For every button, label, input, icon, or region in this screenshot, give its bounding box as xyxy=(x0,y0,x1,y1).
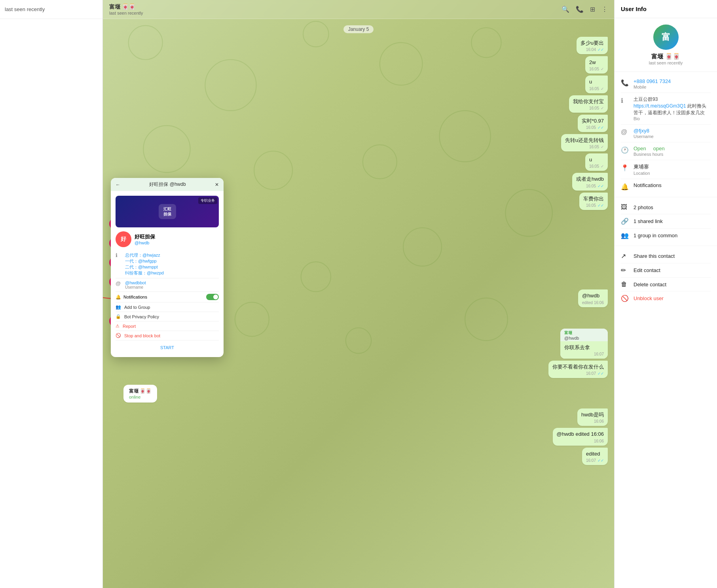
message-row: 先转u还是先转钱 16:05 ✓ xyxy=(109,134,608,151)
bot-info-item: ℹ 总代理：@hwjazz 一代：@hwfgpp 二代：@hwmppt 纠纷客服… xyxy=(116,250,219,278)
message-bubble: 或者走hwdb 16:05 ✓✓ xyxy=(572,173,608,190)
chat-title: 富堰 🀄🀄 xyxy=(109,4,143,11)
notifications-icon: 🔔 xyxy=(621,183,629,191)
chat-subtitle: last seen recently xyxy=(109,11,143,15)
message-row: 多少u要出 16:04 ✓✓ xyxy=(109,37,608,54)
message-bubble: @hwdb edited 16:06 xyxy=(578,289,608,307)
username-row: @ @fjxy8 Username xyxy=(621,125,711,142)
user-name: 富堰 🀄🀄 xyxy=(651,53,680,61)
message-bubble: @hwdb edited 16:06 16:06 xyxy=(553,428,608,445)
location-label: Location xyxy=(634,171,711,176)
bio-icon: ℹ xyxy=(621,97,629,104)
phone-row: 📞 +888 0961 7324 Mobile xyxy=(621,75,711,93)
call-icon[interactable]: 📞 xyxy=(576,6,584,13)
message-row: edited 16:07 ✓✓ xyxy=(109,448,608,465)
message-bubble: 富堰 @hwdb 你联系去拿 16:07 xyxy=(560,329,608,359)
photos-row[interactable]: 🖼 2 photos xyxy=(621,200,711,214)
report-button[interactable]: ⚠ Report xyxy=(116,321,219,331)
message-bubble: edited 16:07 ✓✓ xyxy=(582,448,608,465)
message-bubble: hwdb是吗 16:06 xyxy=(577,408,608,426)
layout-icon[interactable]: ⊞ xyxy=(590,6,595,13)
username-label: Username xyxy=(634,134,711,139)
message-text: 多少u要出 xyxy=(580,40,604,46)
phone-value: +888 0961 7324 xyxy=(634,78,711,84)
share-contact-row[interactable]: ↗ Share this contact xyxy=(621,249,711,263)
photos-icon: 🖼 xyxy=(621,204,629,211)
bot-banner: 汇旺担保 专职业务 xyxy=(116,196,219,227)
unblock-label: Unblock user xyxy=(634,295,664,301)
edit-contact-row[interactable]: ✏ Edit contact xyxy=(621,263,711,278)
edit-contact-label: Edit contact xyxy=(634,267,660,273)
message-bubble: 多少u要出 16:04 ✓✓ xyxy=(577,37,608,54)
group-common-label: 1 group in common xyxy=(634,233,677,238)
delete-contact-row[interactable]: 🗑 Delete contact xyxy=(621,278,711,291)
delete-contact-label: Delete contact xyxy=(634,282,666,287)
message-row: 2w 16:05 ✓ xyxy=(109,56,608,74)
stop-block-bot-button[interactable]: 🚫 Stop and block bot xyxy=(116,331,219,340)
sidebar-header: last seen recently xyxy=(0,0,102,19)
shared-link-row[interactable]: 🔗 1 shared link xyxy=(621,214,711,229)
add-group-icon: 👥 xyxy=(116,304,121,310)
bot-avatar: 好 xyxy=(116,231,131,247)
location-row: 📍 柬埔寨 Location xyxy=(621,160,711,179)
right-panel: User Info 富 富堰 🀄🀄 last seen recently 📞 +… xyxy=(614,0,717,588)
group-icon: 👥 xyxy=(621,232,629,239)
unblock-icon: 🚫 xyxy=(621,295,629,302)
start-section: START xyxy=(116,340,219,352)
bot-handle: @hwdb xyxy=(135,240,155,245)
location-value: 柬埔寨 xyxy=(634,163,711,170)
username-value: @fjxy8 xyxy=(634,128,711,134)
bot-popup: ← 好旺担保 @hwdb ✕ 汇旺担保 专职业务 好 好旺担保 @hwdb xyxy=(111,178,224,357)
message-row: hwdb是吗 16:06 xyxy=(109,408,608,426)
business-hours-row: 🕐 Open open Business hours xyxy=(621,142,711,160)
more-icon[interactable]: ⋮ xyxy=(601,6,608,13)
message-row: u 16:05 ✓ xyxy=(109,153,608,171)
user-avatar-large: 富 xyxy=(653,25,679,50)
chat-header-icons: 🔍 📞 ⊞ ⋮ xyxy=(561,6,608,13)
chat-area: 富堰 🀄🀄 last seen recently 🔍 📞 ⊞ ⋮ January… xyxy=(103,0,614,588)
business-value: Open open xyxy=(634,146,711,151)
business-label: Business hours xyxy=(634,152,711,157)
bot-popup-header: ← 好旺担保 @hwdb ✕ xyxy=(111,178,224,191)
chat-header: 富堰 🀄🀄 last seen recently 🔍 📞 ⊞ ⋮ xyxy=(103,0,614,19)
business-icon: 🕐 xyxy=(621,146,629,154)
message-bubble: 实时*0.97 16:05 ✓✓ xyxy=(578,115,608,132)
start-label: START xyxy=(160,345,174,350)
notifications-value: Notifications xyxy=(634,182,711,188)
bot-popup-body: 汇旺担保 专职业务 好 好旺担保 @hwdb ℹ 总代理：@hwjazz 一代：… xyxy=(111,191,224,357)
user-status: last seen recently xyxy=(649,61,683,65)
message-text: 2w xyxy=(589,59,596,65)
bot-popup-back[interactable]: ← xyxy=(116,182,120,187)
bot-username-item: @ @hwdbbot Username xyxy=(116,278,219,292)
unblock-user-row[interactable]: 🚫 Unblock user xyxy=(621,291,711,305)
message-bubble: 2w 16:05 ✓ xyxy=(585,56,608,74)
block-icon: 🚫 xyxy=(116,333,121,338)
bot-info-row: 好 好旺担保 @hwdb xyxy=(116,231,219,247)
message-row: 实时*0.97 16:05 ✓✓ xyxy=(109,115,608,132)
message-row: @hwdb edited 16:06 16:06 xyxy=(109,428,608,445)
notifications-label: Notifications xyxy=(123,295,147,299)
message-bubble: 我给你支付宝 16:05 ✓ xyxy=(569,95,608,113)
bot-popup-close[interactable]: ✕ xyxy=(215,182,219,187)
delete-icon: 🗑 xyxy=(621,281,629,288)
bot-privacy-policy-button[interactable]: 🔒 Bot Privacy Policy xyxy=(116,312,219,321)
message-row: 你要不看着你在发什么 16:07 ✓✓ xyxy=(109,361,608,378)
panel-title: User Info xyxy=(621,6,647,12)
notifications-toggle[interactable] xyxy=(206,294,219,300)
phone-icon: 📞 xyxy=(621,79,629,87)
message-bubble: 车费你出 16:05 ✓✓ xyxy=(579,193,608,210)
notifications-toggle-row: 🔔 Notifications xyxy=(116,292,219,303)
info-section-phone: 📞 +888 0961 7324 Mobile ℹ 土豆公群93 https:/… xyxy=(615,72,717,197)
sidebar-status: last seen recently xyxy=(5,6,45,12)
message-bubble: 先转u还是先转钱 16:05 ✓ xyxy=(561,134,608,151)
edit-icon: ✏ xyxy=(621,267,629,274)
message-row: 我给你支付宝 16:05 ✓ xyxy=(109,95,608,113)
online-bubble: 富堰 🀄🀄 online xyxy=(123,385,157,403)
panel-header: User Info xyxy=(615,0,717,18)
photos-label: 2 photos xyxy=(634,204,653,210)
share-icon: ↗ xyxy=(621,252,629,260)
location-icon: 📍 xyxy=(621,164,629,172)
search-icon[interactable]: 🔍 xyxy=(561,6,569,13)
group-common-row[interactable]: 👥 1 group in common xyxy=(621,229,711,242)
add-to-group-button[interactable]: 👥 Add to Group xyxy=(116,303,219,312)
